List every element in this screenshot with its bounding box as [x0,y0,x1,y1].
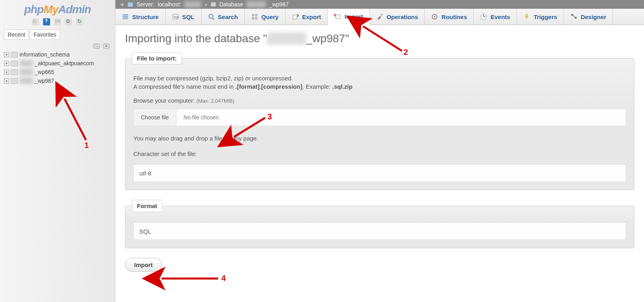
operations-icon [376,13,383,20]
refresh-icon[interactable] [76,18,83,25]
query-icon [251,13,258,20]
format-value: SQL [139,228,151,235]
breadcrumb-server-label: Server: [137,1,154,8]
svg-rect-9 [252,17,254,19]
tab-events[interactable]: Events [474,9,517,25]
annotation-4: 4 [221,274,226,283]
svg-line-6 [213,18,214,19]
dragdrop-hint: You may also drag and drop a file on any… [133,135,626,142]
tab-import[interactable]: Import [328,9,370,25]
tab-sql[interactable]: SQLSQL [166,9,201,25]
svg-rect-20 [575,17,577,19]
compress-hint-1: File may be compressed (gzip, bzip2, zip… [133,75,626,82]
db-name: information_schema [20,51,70,58]
logo-part-my: My [43,3,58,16]
format-select[interactable]: SQL [133,222,626,240]
tab-label: Events [490,14,510,20]
expand-icon[interactable]: + [4,78,9,84]
tree-toolbar: − ⚭ [0,42,115,50]
browse-label-row: Browse your computer: (Max: 2,047MiB) [133,97,626,104]
choose-file-state: No file chosen [176,109,226,126]
tab-label: Export [302,14,321,20]
file-chooser[interactable]: Choose file No file chosen [133,109,626,126]
svg-rect-19 [571,14,573,16]
phpmyadmin-logo: phpMyAdmin [0,0,115,18]
db-tree-item[interactable]: +xx_wp987 [2,76,113,85]
db-name: _aktpuaec_aktpuaecom [35,60,94,66]
breadcrumb-separator: » [204,1,207,8]
expand-icon[interactable]: + [4,52,9,57]
designer-icon [570,13,578,20]
browse-max: (Max: 2,047MiB) [196,98,234,104]
tab-label: SQL [182,14,195,20]
triggers-icon [523,13,531,20]
svg-point-15 [434,16,435,18]
tab-routines[interactable]: Routines [425,9,474,25]
help-icon[interactable] [43,18,50,25]
gear-icon[interactable] [65,18,72,25]
tab-search[interactable]: Search [201,9,245,25]
hint2-mid: . Example: [302,83,332,90]
structure-icon [122,13,129,20]
sql-icon[interactable] [54,18,61,25]
tab-label: Query [262,14,279,20]
choose-file-button[interactable]: Choose file [134,109,176,126]
svg-rect-11 [293,15,297,19]
sql-icon: SQL [172,13,179,20]
expand-icon[interactable]: + [4,61,9,66]
page-content: Importing into the database "xxx_wp987" … [115,25,644,288]
recent-button[interactable]: Recent [4,29,29,40]
page-title-suffix: _wp987" [306,32,349,45]
breadcrumb-database-label: Database [219,1,243,8]
charset-select[interactable]: utf-8 [133,164,626,182]
search-icon [208,13,215,20]
annotation-2: 2 [404,48,408,57]
tab-export[interactable]: Export [285,9,328,25]
tab-query[interactable]: Query [245,9,285,25]
routines-icon [431,13,438,20]
db-name: _wp665 [35,69,54,75]
breadcrumb-server-value[interactable]: localhost: [158,1,181,8]
tabs: StructureSQLSQLSearchQueryExportImportOp… [115,9,644,25]
logo-part-php: php [24,3,43,16]
database-icon [211,2,216,7]
tab-structure[interactable]: Structure [115,9,166,25]
svg-rect-7 [252,14,254,16]
db-tree-item[interactable]: +information_schema [2,50,113,59]
annotation-1: 1 [84,141,89,150]
breadcrumb-database-blur: xxx [246,1,266,8]
file-to-import-legend: File to import: [132,52,182,64]
breadcrumb-collapse-icon[interactable]: ◄ [119,2,124,7]
svg-rect-8 [255,14,258,16]
export-icon [292,13,299,20]
database-icon [11,52,18,58]
browse-label: Browse your computer: [133,97,195,104]
svg-rect-2 [123,18,128,19]
tab-triggers[interactable]: Triggers [517,9,564,25]
collapse-all-icon[interactable]: − [94,44,100,49]
link-icon[interactable]: ⚭ [103,44,109,49]
expand-icon[interactable]: + [4,70,9,75]
hint2-example: .sql.zip [332,83,353,90]
sidebar: phpMyAdmin Recent Favorites − ⚭ +informa… [0,0,115,302]
db-tree-item[interactable]: +xx_aktpuaec_aktpuaecom [2,59,113,68]
favorites-button[interactable]: Favorites [30,29,60,40]
home-icon[interactable] [32,18,39,25]
svg-line-21 [573,15,575,18]
page-title-blur: xxx [267,32,306,45]
svg-rect-0 [123,14,128,16]
database-icon [11,60,18,66]
db-tree-item[interactable]: +xx_wp665 [2,68,113,76]
annotation-3: 3 [267,112,272,121]
import-submit-button[interactable]: Import [125,258,162,272]
breadcrumb-database-suffix[interactable]: _wp987 [269,1,289,8]
hint2-pre: A compressed file's name must end in [133,83,235,90]
tab-designer[interactable]: Designer [564,9,613,25]
hint2-format: .[format].[compression] [235,83,302,90]
tab-operations[interactable]: Operations [370,9,425,25]
format-legend: Format [132,200,162,212]
database-icon [11,69,18,75]
tab-label: Operations [386,14,418,20]
format-fieldset: Format SQL [125,200,634,248]
sidebar-quick-icons [0,18,115,28]
